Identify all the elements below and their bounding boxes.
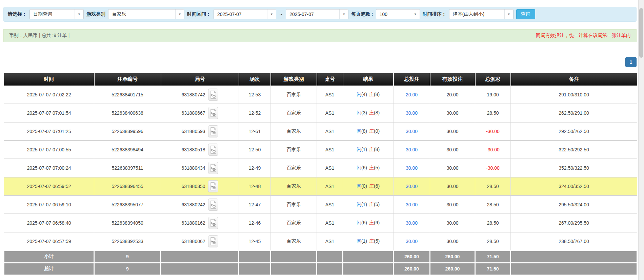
table-header-row: 时间 注单编号 局号 场次 游戏类别 桌号 结果 总投注 有效投注 总派彩 备注 xyxy=(4,73,637,86)
chevron-down-icon[interactable]: ▼ xyxy=(175,10,184,19)
chevron-down-icon[interactable]: ▼ xyxy=(75,10,83,19)
cell-result: 闲(1)庄(8) xyxy=(343,141,394,159)
vertical-scrollbar-thumb[interactable] xyxy=(639,8,643,58)
video-icon[interactable] xyxy=(208,107,218,119)
page-size-select[interactable]: 100 ▼ xyxy=(376,9,420,19)
game-category-select[interactable]: 百家乐 ▼ xyxy=(108,9,184,19)
subtotal-count: 9 xyxy=(94,250,161,263)
cell-bet-id: 522638392533 xyxy=(94,232,161,250)
round-id-text: 631880434 xyxy=(181,165,205,171)
col-session: 场次 xyxy=(239,73,271,86)
time-sort-select[interactable]: 降幂(由大到小) ▼ xyxy=(449,9,514,19)
cell-total-bet: 30.00 xyxy=(394,159,430,177)
cell-game: 百家乐 xyxy=(271,86,317,104)
player-result-label: 闲 xyxy=(357,165,361,170)
chevron-down-icon[interactable]: ▼ xyxy=(504,10,513,19)
col-round-id: 局号 xyxy=(161,73,239,86)
total-bet-link[interactable]: 30.00 xyxy=(406,202,418,207)
subtotal-valid-bet: 260.00 xyxy=(430,250,475,263)
subtotal-total-bet: 260.00 xyxy=(394,250,430,263)
cell-table: AS1 xyxy=(317,195,343,214)
cell-table: AS1 xyxy=(317,104,343,122)
col-table: 桌号 xyxy=(317,73,343,86)
video-icon[interactable] xyxy=(208,162,218,174)
cell-table: AS1 xyxy=(317,122,343,141)
cell-bet-id: 522638400638 xyxy=(94,104,161,122)
cell-round-id: 631880434 xyxy=(161,159,239,177)
col-result: 结果 xyxy=(343,73,394,86)
video-icon[interactable] xyxy=(208,235,218,247)
banker-result-score: (5) xyxy=(374,238,380,244)
cell-session: 12-47 xyxy=(239,195,271,214)
cell-table: AS1 xyxy=(317,86,343,104)
cell-bet-id: 522638394050 xyxy=(94,214,161,232)
cell-session: 12-53 xyxy=(239,86,271,104)
video-icon[interactable] xyxy=(208,199,218,211)
chevron-down-icon[interactable]: ▼ xyxy=(339,10,348,19)
page-size-value: 100 xyxy=(376,10,411,19)
cell-note: 322.50/292.50 xyxy=(511,141,637,159)
player-result-score: (6) xyxy=(361,220,367,225)
video-icon[interactable] xyxy=(208,217,218,229)
filter-bar: 请选择： 日期查询 ▼ 游戏类别 百家乐 ▼ 时间区间： 2025-07-07 … xyxy=(3,7,637,22)
date-from-select[interactable]: 2025-07-07 ▼ xyxy=(214,9,276,19)
col-note: 备注 xyxy=(511,73,637,86)
player-result-label: 闲 xyxy=(357,147,361,152)
cell-table: AS1 xyxy=(317,159,343,177)
cell-game: 百家乐 xyxy=(271,122,317,141)
total-bet-link[interactable]: 30.00 xyxy=(406,239,418,244)
video-icon[interactable] xyxy=(208,144,218,156)
cell-payout: -30.00 xyxy=(475,141,511,159)
table-row: 2025-07-07 06:58:40 522638394050 6318801… xyxy=(4,214,637,232)
cell-total-bet: 30.00 xyxy=(394,177,430,195)
chevron-down-icon[interactable]: ▼ xyxy=(411,10,420,19)
cell-bet-id: 522638397511 xyxy=(94,159,161,177)
player-result-score: (6) xyxy=(361,165,367,170)
cell-valid-bet: 20.00 xyxy=(430,86,475,104)
total-bet-link[interactable]: 30.00 xyxy=(406,165,418,171)
video-icon[interactable] xyxy=(208,180,218,192)
video-icon[interactable] xyxy=(208,125,218,137)
banker-result-score: (5) xyxy=(374,165,380,170)
cell-valid-bet: 30.00 xyxy=(430,159,475,177)
cell-round-id: 631880742 xyxy=(161,86,239,104)
total-bet-link[interactable]: 30.00 xyxy=(406,129,418,134)
round-id-text: 631880593 xyxy=(181,129,205,134)
cell-round-id: 631880242 xyxy=(161,195,239,214)
cell-table: AS1 xyxy=(317,214,343,232)
page-1-button[interactable]: 1 xyxy=(625,57,637,67)
query-type-select[interactable]: 日期查询 ▼ xyxy=(29,9,84,19)
cell-note: 262.50/291.00 xyxy=(511,104,637,122)
grand-total-valid-bet: 260.00 xyxy=(430,263,475,275)
banker-result-score: (0) xyxy=(374,128,380,134)
cell-total-bet: 30.00 xyxy=(394,232,430,250)
date-to-select[interactable]: 2025-07-07 ▼ xyxy=(286,9,348,19)
banker-result-score: (5) xyxy=(374,202,380,207)
total-bet-link[interactable]: 30.00 xyxy=(406,184,418,189)
game-category-value: 百家乐 xyxy=(108,10,175,19)
cell-bet-id: 522638395077 xyxy=(94,195,161,214)
table-row: 2025-07-07 07:01:54 522638400638 6318806… xyxy=(4,104,637,122)
cell-round-id: 631880518 xyxy=(161,141,239,159)
col-game: 游戏类别 xyxy=(271,73,317,86)
total-bet-link[interactable]: 30.00 xyxy=(406,220,418,226)
total-bet-link[interactable]: 30.00 xyxy=(406,110,418,116)
query-type-value: 日期查询 xyxy=(30,10,75,19)
grand-total-payout: 71.50 xyxy=(475,263,511,275)
video-icon[interactable] xyxy=(208,89,218,101)
player-result-label: 闲 xyxy=(357,183,361,189)
game-category-label: 游戏类别 xyxy=(86,11,105,17)
query-button[interactable]: 查询 xyxy=(516,9,535,19)
total-bet-link[interactable]: 30.00 xyxy=(406,147,418,152)
chevron-down-icon[interactable]: ▼ xyxy=(267,10,276,19)
bet-records-table: 时间 注单编号 局号 场次 游戏类别 桌号 结果 总投注 有效投注 总派彩 备注… xyxy=(3,73,638,276)
total-bet-link[interactable]: 20.00 xyxy=(406,92,418,97)
vertical-scrollbar-track[interactable] xyxy=(638,0,644,280)
cell-payout: -30.00 xyxy=(475,122,511,141)
banker-result-label: 庄 xyxy=(369,128,374,134)
col-total-bet: 总投注 xyxy=(394,73,430,86)
table-body: 2025-07-07 07:02:22 522638401715 6318807… xyxy=(4,86,637,250)
round-id-text: 631880162 xyxy=(181,220,205,226)
banker-result-label: 庄 xyxy=(369,238,374,244)
cell-result: 闲(1)庄(5) xyxy=(343,195,394,214)
